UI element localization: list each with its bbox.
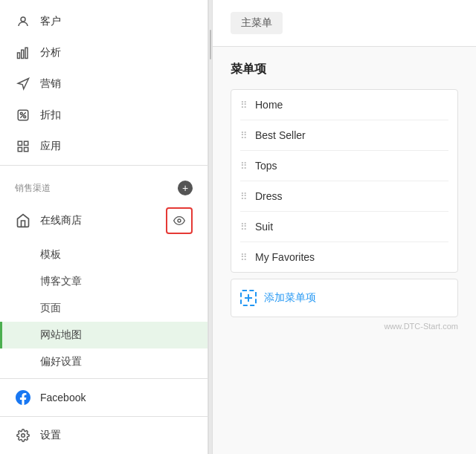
apps-label: 应用 — [40, 140, 193, 153]
drag-handle-icon: ⠿ — [240, 100, 246, 111]
drag-handle-icon: ⠿ — [240, 191, 246, 202]
settings-label: 设置 — [40, 429, 193, 442]
analytics-icon — [15, 45, 31, 61]
analytics-label: 分析 — [40, 46, 193, 59]
divider-3 — [0, 416, 208, 417]
watermark: www.DTC-Start.com — [231, 317, 458, 331]
preview-button[interactable] — [166, 207, 193, 234]
marketing-icon — [15, 76, 31, 92]
svg-point-4 — [20, 112, 22, 114]
sidebar-item-online-store[interactable]: 在线商店 — [0, 200, 208, 241]
panel-top: 主菜单 — [213, 0, 476, 47]
sidebar-item-analytics[interactable]: 分析 — [0, 37, 208, 68]
sidebar-item-pages[interactable]: 页面 — [0, 295, 208, 322]
sidebar-item-facebook[interactable]: Facebook — [0, 382, 208, 413]
add-menu-item-button[interactable]: 添加菜单项 — [231, 279, 458, 317]
drag-handle-icon: ⠿ — [240, 130, 246, 141]
svg-rect-1 — [18, 53, 20, 59]
drag-handle-icon: ⠿ — [240, 160, 246, 172]
svg-rect-2 — [22, 50, 24, 58]
sidebar-item-sitemap[interactable]: 网站地图 — [0, 322, 208, 348]
svg-point-12 — [178, 219, 181, 222]
online-store-label: 在线商店 — [40, 214, 166, 227]
menu-item-row[interactable]: ⠿ Suit — [240, 212, 448, 242]
add-menu-icon — [240, 290, 257, 306]
breadcrumb: 主菜单 — [231, 12, 283, 34]
facebook-icon — [15, 389, 31, 406]
facebook-label: Facebook — [40, 392, 193, 403]
blog-label: 博客文章 — [40, 275, 82, 288]
drag-handle-icon: ⠿ — [240, 221, 246, 233]
templates-label: 模板 — [40, 248, 61, 262]
menu-item-label: Tops — [255, 160, 448, 172]
svg-rect-3 — [25, 48, 28, 58]
sidebar-item-settings[interactable]: 设置 — [0, 420, 208, 451]
divider-2 — [0, 378, 208, 379]
menu-item-row[interactable]: ⠿ Best Seller — [240, 120, 448, 151]
svg-rect-11 — [25, 148, 28, 152]
discounts-label: 折扣 — [40, 108, 193, 122]
sidebar-item-blog[interactable]: 博客文章 — [0, 268, 208, 295]
menu-items-list: ⠿ Home ⠿ Best Seller ⠿ Tops ⠿ Dress ⠿ Su… — [231, 89, 458, 273]
settings-icon — [15, 427, 31, 444]
main-panel: 主菜单 菜单项 ⠿ Home ⠿ Best Seller ⠿ Tops ⠿ Dr… — [213, 0, 476, 454]
preferences-label: 偏好设置 — [40, 355, 82, 369]
divider-1 — [0, 165, 208, 166]
sidebar-item-marketing[interactable]: 营销 — [0, 68, 208, 100]
sidebar-item-apps[interactable]: 应用 — [0, 131, 208, 162]
menu-item-row[interactable]: ⠿ Tops — [240, 151, 448, 181]
svg-point-5 — [24, 116, 26, 118]
svg-line-6 — [20, 112, 26, 118]
menu-item-label: Suit — [255, 221, 448, 233]
menu-item-label: My Favorites — [255, 251, 448, 263]
pages-label: 页面 — [40, 302, 61, 315]
sales-channels-label: 销售渠道 — [15, 182, 51, 195]
apps-icon — [15, 138, 31, 155]
marketing-label: 营销 — [40, 77, 193, 91]
svg-point-13 — [22, 434, 25, 438]
sidebar: 客户 分析 营销 折扣 应用 — [0, 0, 208, 454]
add-menu-item-label: 添加菜单项 — [264, 291, 316, 305]
menu-item-row[interactable]: ⠿ Home — [240, 90, 448, 120]
menu-item-row[interactable]: ⠿ Dress — [240, 181, 448, 212]
customers-icon — [15, 13, 31, 30]
menu-item-label: Home — [255, 99, 448, 111]
sidebar-nav: 客户 分析 营销 折扣 应用 — [0, 0, 208, 454]
menu-item-label: Best Seller — [255, 129, 448, 141]
add-sales-channel-button[interactable]: + — [178, 181, 193, 195]
online-store-icon — [15, 213, 31, 229]
sitemap-label: 网站地图 — [40, 328, 82, 342]
svg-point-0 — [21, 17, 25, 22]
svg-rect-10 — [18, 148, 22, 152]
section-title: 菜单项 — [231, 62, 458, 77]
menu-item-row[interactable]: ⠿ My Favorites — [240, 242, 448, 272]
sidebar-item-preferences[interactable]: 偏好设置 — [0, 348, 208, 375]
menu-items-section: 菜单项 ⠿ Home ⠿ Best Seller ⠿ Tops ⠿ Dress … — [213, 47, 476, 346]
sales-channels-section: 销售渠道 + — [0, 169, 208, 200]
svg-rect-9 — [25, 141, 28, 145]
sidebar-item-templates[interactable]: 模板 — [0, 241, 208, 268]
customers-label: 客户 — [40, 15, 193, 28]
sidebar-item-discounts[interactable]: 折扣 — [0, 100, 208, 131]
discounts-icon — [15, 107, 31, 123]
drag-handle-icon: ⠿ — [240, 252, 246, 263]
menu-item-label: Dress — [255, 190, 448, 202]
sidebar-item-customers[interactable]: 客户 — [0, 6, 208, 37]
svg-rect-8 — [18, 141, 22, 145]
